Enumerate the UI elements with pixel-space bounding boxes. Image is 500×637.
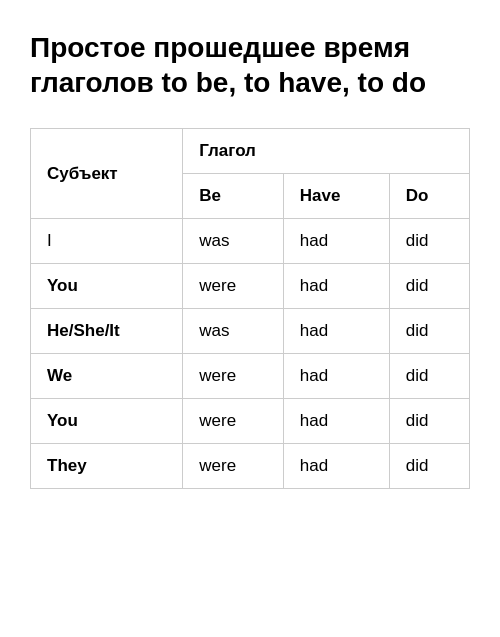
table-row: Theywerehaddid [31, 444, 470, 489]
do-cell: did [389, 264, 469, 309]
table-row: He/She/Itwashaddid [31, 309, 470, 354]
have-cell: had [283, 444, 389, 489]
be-cell: were [183, 444, 284, 489]
have-cell: had [283, 219, 389, 264]
header-row: Субъект Глагол [31, 129, 470, 174]
subject-cell: You [31, 399, 183, 444]
page-title: Простое прошедшее время глаголов to be, … [30, 30, 470, 100]
do-cell: did [389, 309, 469, 354]
subject-cell: They [31, 444, 183, 489]
table-row: Iwashaddid [31, 219, 470, 264]
have-cell: had [283, 354, 389, 399]
be-cell: were [183, 399, 284, 444]
do-cell: did [389, 219, 469, 264]
subheader-have: Have [283, 174, 389, 219]
subject-cell: He/She/It [31, 309, 183, 354]
subject-cell: We [31, 354, 183, 399]
do-cell: did [389, 354, 469, 399]
do-cell: did [389, 399, 469, 444]
subheader-do: Do [389, 174, 469, 219]
be-cell: was [183, 219, 284, 264]
have-cell: had [283, 309, 389, 354]
do-cell: did [389, 444, 469, 489]
have-cell: had [283, 399, 389, 444]
table-row: Youwerehaddid [31, 399, 470, 444]
subheader-be: Be [183, 174, 284, 219]
be-cell: was [183, 309, 284, 354]
subject-cell: I [31, 219, 183, 264]
subject-cell: You [31, 264, 183, 309]
have-cell: had [283, 264, 389, 309]
header-subject: Субъект [31, 129, 183, 219]
grammar-table: Субъект Глагол Be Have Do IwashaddidYouw… [30, 128, 470, 489]
table-row: Youwerehaddid [31, 264, 470, 309]
be-cell: were [183, 354, 284, 399]
be-cell: were [183, 264, 284, 309]
header-verb: Глагол [183, 129, 470, 174]
table-row: Wewerehaddid [31, 354, 470, 399]
